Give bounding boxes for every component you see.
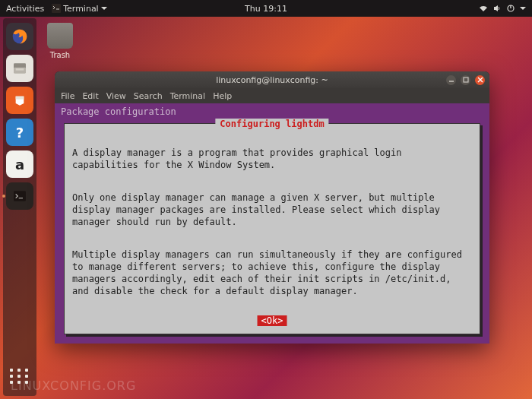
close-icon [477,77,483,83]
chevron-down-icon [520,7,526,10]
terminal-menubar: File Edit View Search Terminal Help [55,88,489,103]
menu-help[interactable]: Help [213,91,232,101]
menu-search[interactable]: Search [134,91,163,101]
ok-button[interactable]: Ok [258,315,287,326]
watermark: LINUXCONFIG.ORG [11,378,136,393]
window-maximize-button[interactable] [461,75,470,85]
chevron-down-icon [101,7,107,10]
svg-rect-5 [16,68,24,71]
amazon-icon: a [15,157,24,173]
svg-rect-6 [16,97,24,100]
gnome-top-bar: Activities Terminal Thu 19:11 [0,0,532,17]
debconf-header: Package configuration [61,106,483,117]
ubuntu-dock: ? a [3,18,36,396]
window-close-button[interactable] [475,75,485,85]
menu-terminal[interactable]: Terminal [170,91,206,101]
dialog-body: A display manager is a program that prov… [72,135,472,308]
debconf-dialog: Configuring lightdm A display manager is… [64,123,480,334]
volume-icon [492,4,502,13]
clock[interactable]: Thu 19:11 [245,4,287,14]
app-menu-label: Terminal [63,4,99,14]
menu-file[interactable]: File [61,91,74,101]
svg-rect-0 [52,4,61,13]
app-menu-button[interactable]: Terminal [52,4,107,14]
activities-button[interactable]: Activities [6,4,44,14]
window-titlebar[interactable]: linuxconfig@linuxconfig: ~ [55,71,489,88]
terminal-window: linuxconfig@linuxconfig: ~ File Edit Vie… [55,71,489,344]
files-launcher[interactable] [6,55,33,82]
window-title: linuxconfig@linuxconfig: ~ [216,75,328,85]
menu-edit[interactable]: Edit [82,91,98,101]
network-icon [479,4,488,13]
power-icon [506,4,515,13]
menu-view[interactable]: View [106,91,126,101]
svg-rect-8 [464,78,468,82]
help-launcher[interactable]: ? [6,119,33,146]
terminal-launcher[interactable] [6,182,33,210]
trash-icon [47,23,73,49]
svg-rect-7 [14,191,26,201]
desktop-trash[interactable]: Trash [43,23,78,59]
maximize-icon [463,77,469,83]
firefox-launcher[interactable] [6,23,33,50]
amazon-launcher[interactable]: a [6,150,33,178]
dialog-paragraph: A display manager is a program that prov… [72,147,472,171]
terminal-icon [52,4,61,13]
dialog-title: Configuring lightdm [215,119,328,129]
status-area[interactable] [479,4,526,13]
dialog-paragraph: Multiple display managers can run simult… [72,249,472,298]
minimize-icon [448,77,454,83]
software-launcher[interactable] [6,87,33,114]
trash-label: Trash [43,51,78,59]
window-minimize-button[interactable] [446,75,456,85]
question-icon: ? [16,125,24,141]
dialog-paragraph: Only one display manager can manage a gi… [72,192,472,229]
terminal-content: Package configuration Configuring lightd… [55,103,489,344]
